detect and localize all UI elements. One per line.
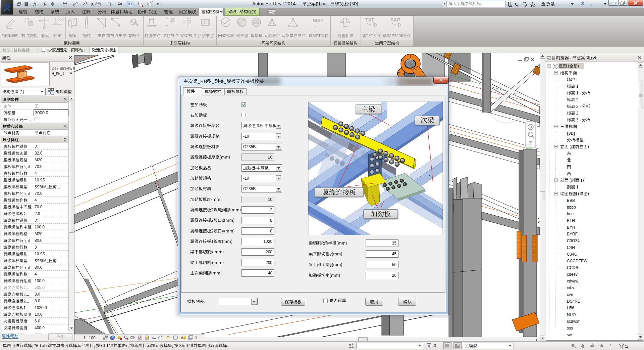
svg-text:SAP: SAP <box>390 17 400 23</box>
svg-text:A: A <box>91 2 94 7</box>
svg-text:MST: MST <box>313 17 324 23</box>
svg-text:?: ? <box>590 3 593 7</box>
svg-text:3.000: 3.000 <box>54 17 64 21</box>
svg-text:→: → <box>313 24 317 28</box>
svg-text::1: :1 <box>625 344 628 349</box>
svg-text:TXT: TXT <box>365 17 374 23</box>
